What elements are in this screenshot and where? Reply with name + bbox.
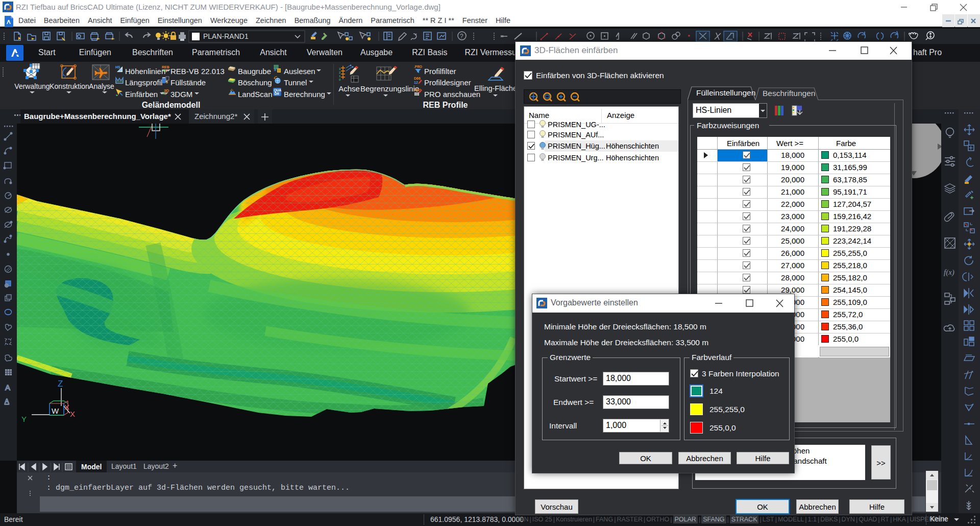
svg-text:REB: REB bbox=[162, 65, 169, 69]
svg-text:3: 3 bbox=[339, 67, 341, 70]
svg-text:Z: Z bbox=[58, 379, 63, 389]
svg-text:2: 2 bbox=[339, 71, 341, 74]
svg-text:A: A bbox=[5, 383, 10, 392]
svg-text:1: 1 bbox=[339, 75, 341, 78]
svg-text:.PRO: .PRO bbox=[414, 65, 422, 68]
svg-text:f(x): f(x) bbox=[944, 268, 954, 277]
svg-text:PLAN-RAND1: PLAN-RAND1 bbox=[203, 32, 249, 40]
svg-text:HS: HS bbox=[115, 65, 120, 69]
svg-text:DR: DR bbox=[275, 92, 280, 95]
svg-text:12: 12 bbox=[414, 81, 418, 84]
svg-text:?: ? bbox=[460, 33, 463, 40]
svg-text:D66: D66 bbox=[414, 77, 421, 80]
svg-text:3: 3 bbox=[166, 80, 168, 84]
svg-text:X: X bbox=[70, 410, 75, 418]
svg-text:Y: Y bbox=[21, 415, 27, 423]
svg-text:0: 0 bbox=[339, 78, 341, 81]
svg-text:3D: 3D bbox=[164, 88, 169, 93]
svg-text:A: A bbox=[5, 397, 9, 405]
svg-text:W: W bbox=[52, 407, 59, 415]
